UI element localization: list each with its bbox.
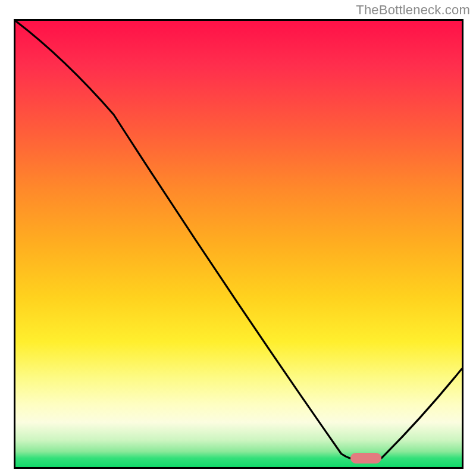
- attribution-text: TheBottleneck.com: [356, 2, 470, 18]
- bottleneck-chart: [14, 19, 464, 469]
- bottleneck-curve: [15, 21, 462, 467]
- optimal-range-marker: [350, 453, 382, 464]
